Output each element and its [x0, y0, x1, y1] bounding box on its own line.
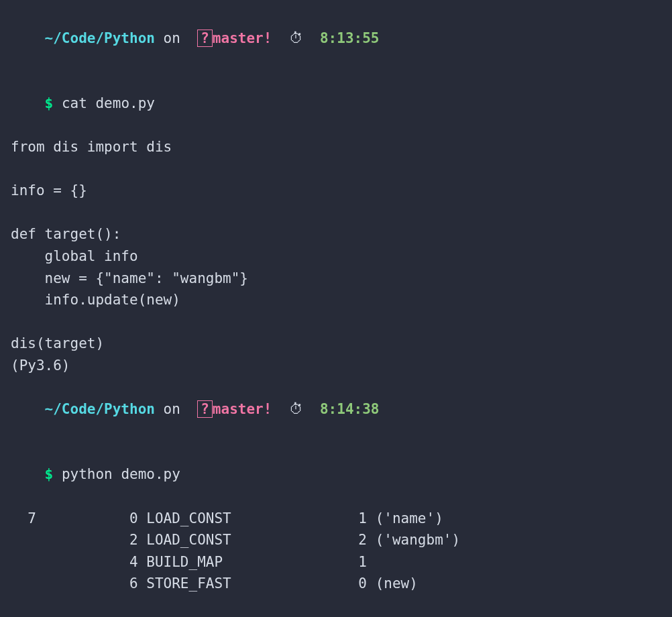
source-line: info = {} [11, 180, 661, 202]
on-text: on [155, 30, 189, 46]
source-line [11, 202, 661, 224]
clock-icon: ⏱ [289, 401, 303, 417]
dis-line: 4 BUILD_MAP 1 [11, 551, 661, 573]
branch-status-icon: ? [197, 400, 213, 418]
prompt-dollar: $ [45, 466, 62, 482]
timestamp: 8:13:55 [320, 30, 380, 46]
dis-line [11, 595, 661, 617]
command-text: cat demo.py [62, 95, 155, 111]
source-line: def target(): [11, 223, 661, 245]
source-line [11, 158, 661, 180]
command-line-2[interactable]: $ python demo.py [11, 442, 661, 508]
source-line: (Py3.6) [11, 355, 661, 377]
dis-line: 2 LOAD_CONST 2 ('wangbm') [11, 529, 661, 551]
prompt-dollar: $ [45, 95, 62, 111]
on-text: on [155, 401, 189, 417]
dis-line: 6 STORE_FAST 0 (new) [11, 573, 661, 595]
source-line: new = {"name": "wangbm"} [11, 268, 661, 290]
branch-name: master! [213, 401, 272, 417]
timestamp: 8:14:38 [320, 401, 380, 417]
source-line: dis(target) [11, 333, 661, 355]
source-line: from dis import dis [11, 136, 661, 158]
cwd-path: ~/Code/Python [45, 401, 155, 417]
branch-name: master! [213, 30, 272, 46]
branch-status-icon: ? [197, 30, 213, 47]
command-line-1[interactable]: $ cat demo.py [11, 71, 661, 137]
dis-line: 7 0 LOAD_CONST 1 ('name') [11, 508, 661, 530]
terminal-output: ~/Code/Python on ?master! ⏱ 8:13:55 $ ca… [11, 5, 661, 617]
command-text: python demo.py [62, 466, 180, 482]
source-line: global info [11, 245, 661, 268]
prompt-line-2: ~/Code/Python on ?master! ⏱ 8:14:38 [11, 376, 661, 442]
clock-icon: ⏱ [289, 30, 303, 46]
source-line [11, 311, 661, 333]
prompt-line-1: ~/Code/Python on ?master! ⏱ 8:13:55 [11, 5, 661, 71]
cwd-path: ~/Code/Python [45, 30, 155, 46]
source-line: info.update(new) [11, 289, 661, 311]
